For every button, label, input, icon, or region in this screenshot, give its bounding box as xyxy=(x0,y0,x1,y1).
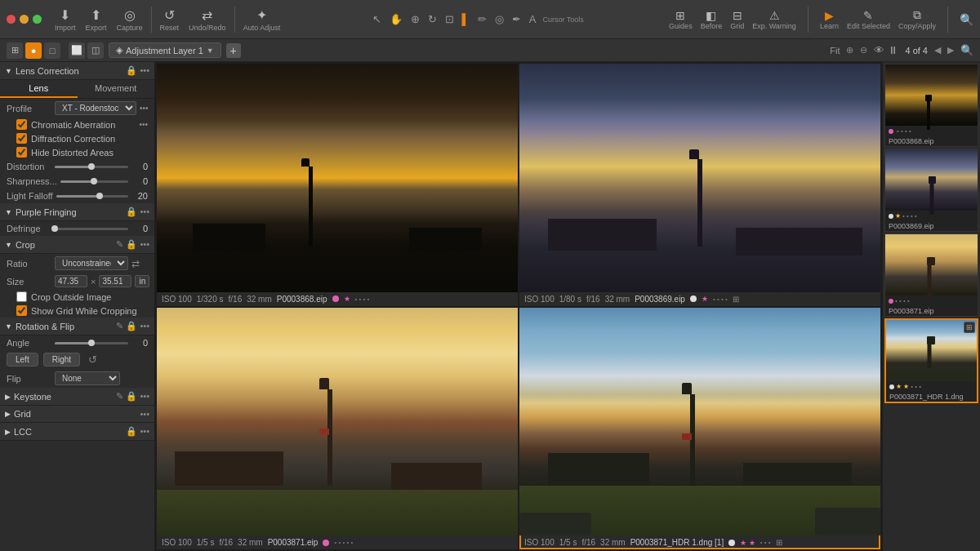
search-icon-bar[interactable]: 🔍 xyxy=(960,44,973,56)
mode-output[interactable]: □ xyxy=(44,42,60,59)
add-layer-button[interactable]: + xyxy=(226,43,241,58)
cursor-tool-text[interactable]: A xyxy=(528,11,538,27)
learn-button[interactable]: ▶ Learn xyxy=(820,9,839,30)
lens-tabs: Lens Movement xyxy=(0,80,154,99)
flip-select[interactable]: None xyxy=(55,371,120,385)
crop-header[interactable]: ▼ Crop ✎ 🔒 ••• xyxy=(0,236,154,254)
reset-rotation-icon[interactable]: ↺ xyxy=(88,353,97,366)
defringe-slider[interactable] xyxy=(55,228,128,230)
sharpness-slider[interactable] xyxy=(60,180,128,183)
tab-movement[interactable]: Movement xyxy=(78,80,155,98)
mode-fullscreen[interactable]: ⬜ xyxy=(69,42,85,59)
ratio-select[interactable]: Unconstrained xyxy=(55,256,128,270)
more-icon[interactable]: ••• xyxy=(140,65,149,76)
cursor-tool-pen[interactable]: ✒ xyxy=(510,11,523,27)
mode-compare[interactable]: ◫ xyxy=(87,42,104,59)
mode-library[interactable]: ⊞ xyxy=(7,42,23,59)
swap-icon[interactable]: ⇄ xyxy=(131,258,140,269)
chromatic-more-icon[interactable]: ••• xyxy=(139,120,148,129)
rotation-more-icon[interactable]: ••• xyxy=(140,321,149,331)
cursor-tool-spot[interactable]: ◎ xyxy=(493,11,506,27)
layer-selector[interactable]: ◈ Adjustment Layer 1 ▼ xyxy=(109,42,221,58)
cursor-tool-rotate[interactable]: ↻ xyxy=(426,11,439,27)
rotation-flip-header[interactable]: ▼ Rotation & Flip ✎ 🔒 ••• xyxy=(0,318,154,335)
thumbnail-4[interactable]: ⊞ ★ ★ • • • P0003871_HDR 1.dng xyxy=(884,318,978,403)
crop-more-icon[interactable]: ••• xyxy=(140,239,149,250)
lens-correction-header[interactable]: ▼ Lens Correction 🔒 ••• xyxy=(0,62,154,80)
thumb-image-1 xyxy=(885,64,978,126)
photo-cell-1[interactable]: ISO 100 1/320 s f/16 32 mm P0003868.eip … xyxy=(157,64,518,306)
thumb-image-2 xyxy=(885,149,978,211)
pf-more-icon[interactable]: ••• xyxy=(140,207,149,217)
diffraction-correction-checkbox[interactable] xyxy=(16,133,27,144)
cursor-tool-crop[interactable]: ⊡ xyxy=(443,11,456,27)
thumbnail-3[interactable]: • • • • P0003871.eip xyxy=(884,233,978,317)
close-btn[interactable] xyxy=(7,15,16,24)
thumb-dots-2: • • • • xyxy=(902,212,917,220)
import-button[interactable]: ⬇ Import xyxy=(55,7,76,32)
grid-header[interactable]: ▶ Grid ••• xyxy=(0,406,154,423)
lcc-icons: 🔒 ••• xyxy=(126,426,149,437)
cursor-tool-zoom[interactable]: ⊕ xyxy=(409,11,421,27)
edit-selected-button[interactable]: ✎ Edit Selected xyxy=(847,9,890,30)
before-button[interactable]: ◧ Before xyxy=(701,9,723,30)
nav-prev-icon[interactable]: ◀ xyxy=(934,45,941,56)
minimize-btn[interactable] xyxy=(20,15,29,24)
learn-icon: ▶ xyxy=(825,9,834,22)
exp-warning-button[interactable]: ⚠ Exp. Warning xyxy=(752,9,796,30)
guides-button[interactable]: ⊞ Guides xyxy=(669,9,693,30)
angle-slider[interactable] xyxy=(55,342,128,344)
cursor-tool-edit[interactable]: ▌ xyxy=(461,11,471,27)
lcc-header[interactable]: ▶ LCC 🔒 ••• xyxy=(0,423,154,441)
size-unit[interactable]: in xyxy=(135,275,149,287)
mode-edit[interactable]: ● xyxy=(25,42,42,59)
grid-more-icon[interactable]: ••• xyxy=(140,409,149,419)
rotate-left-button[interactable]: Left xyxy=(7,353,38,367)
hide-distorted-checkbox[interactable] xyxy=(16,147,27,158)
keystone-header[interactable]: ▶ Keystone ✎ 🔒 ••• xyxy=(0,388,154,406)
purple-fringing-header[interactable]: ▼ Purple Fringing 🔒 ••• xyxy=(0,203,154,221)
tab-lens[interactable]: Lens xyxy=(0,80,78,98)
light-falloff-value: 20 xyxy=(131,191,148,201)
size-width-input[interactable] xyxy=(55,275,87,287)
cursor-tool-select[interactable]: ↖ xyxy=(371,11,383,27)
rotation-pencil-icon: ✎ xyxy=(116,321,123,331)
sep2 xyxy=(234,7,235,33)
lcc-more-icon[interactable]: ••• xyxy=(140,426,149,437)
undo-redo-button[interactable]: ⇄ Undo/Redo xyxy=(189,7,226,32)
size-height-input[interactable] xyxy=(99,275,131,287)
show-grid-checkbox[interactable] xyxy=(16,305,27,316)
search-icon[interactable]: 🔍 xyxy=(960,13,973,26)
profile-select[interactable]: XT - Rodenstock HR Digaron-... xyxy=(55,101,136,115)
thumbnail-2[interactable]: ★ • • • • P0003869.eip xyxy=(884,149,978,232)
profile-more-icon[interactable]: ••• xyxy=(140,104,149,113)
photo-cell-2[interactable]: ISO 100 1/80 s f/16 32 mm P0003869.eip ★… xyxy=(519,64,880,306)
crop-outside-checkbox[interactable] xyxy=(16,291,27,302)
distortion-slider[interactable] xyxy=(55,166,128,168)
maximize-btn[interactable] xyxy=(33,15,42,24)
reset-button[interactable]: ↺ Reset xyxy=(160,7,180,32)
nav-next-icon[interactable]: ▶ xyxy=(947,45,954,56)
auto-adjust-button[interactable]: ✦ Auto Adjust xyxy=(243,7,281,32)
pause-icon[interactable]: ⏸ xyxy=(888,44,898,56)
keystone-more-icon[interactable]: ••• xyxy=(140,391,149,402)
thumbnail-1[interactable]: • • • • P0003868.eip xyxy=(884,64,978,147)
export-icon: ⬆ xyxy=(91,7,101,23)
photo-focal-4: 32 mm xyxy=(600,538,626,547)
cursor-tool-pan[interactable]: ✋ xyxy=(388,11,404,27)
chromatic-aberration-checkbox[interactable] xyxy=(16,119,27,130)
keystone-title: Keystone xyxy=(14,392,116,402)
eye-icon[interactable]: 👁 xyxy=(874,44,884,56)
copy-apply-button[interactable]: ⧉ Copy/Apply xyxy=(898,8,936,30)
second-bar-right: Fit ⊕ ⊖ 👁 ⏸ 4 of 4 ◀ ▶ 🔍 xyxy=(830,44,973,56)
lock-icon: 🔒 xyxy=(126,65,137,76)
export-button[interactable]: ⬆ Export xyxy=(86,7,107,32)
photo-cell-3[interactable]: ISO 100 1/5 s f/16 32 mm P0003871.eip • … xyxy=(157,308,518,550)
light-falloff-slider[interactable] xyxy=(56,195,128,198)
cursor-tool-brush[interactable]: ✏ xyxy=(476,11,488,27)
capture-button[interactable]: ◎ Capture xyxy=(117,7,143,32)
rotate-right-button[interactable]: Right xyxy=(43,353,80,367)
photo-cell-4[interactable]: ISO 100 1/5 s f/16 32 mm P0003871_HDR 1.… xyxy=(519,308,880,550)
photo-image-2 xyxy=(519,64,880,292)
grid-button[interactable]: ⊟ Grid xyxy=(730,9,744,30)
